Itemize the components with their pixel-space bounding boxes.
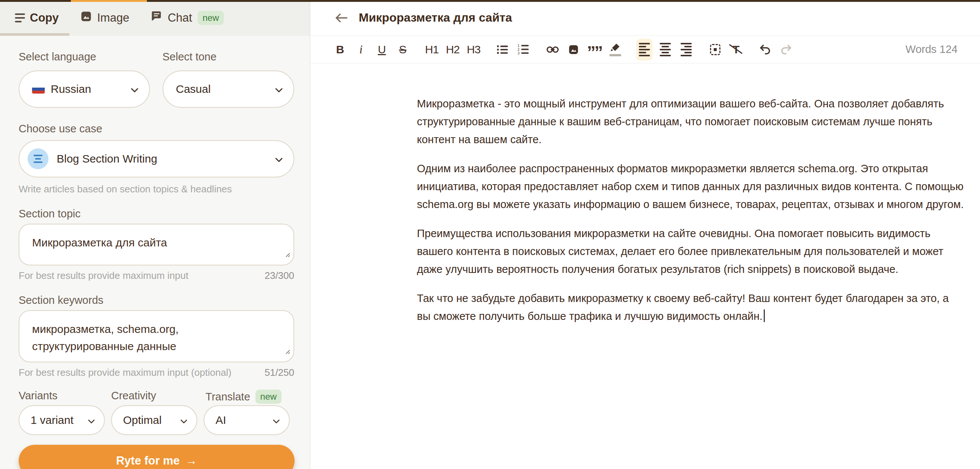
tone-label: Select tone bbox=[162, 51, 294, 63]
creativity-select[interactable]: Optimal bbox=[111, 405, 197, 435]
bold-button[interactable]: B bbox=[332, 39, 348, 60]
editor-panel: Микроразметка для сайта B i U S H1 H2 H3… bbox=[310, 0, 980, 469]
use-case-blog-icon bbox=[28, 148, 48, 169]
paragraph-text: Так что не забудьте добавить микроразмет… bbox=[417, 292, 949, 322]
insert-image-icon bbox=[568, 44, 579, 55]
svg-text:2: 2 bbox=[518, 48, 520, 51]
select-all-icon bbox=[710, 44, 721, 55]
align-right-button[interactable] bbox=[678, 39, 694, 60]
heading2-button[interactable]: H2 bbox=[444, 39, 461, 60]
bullet-list-button[interactable] bbox=[495, 39, 511, 60]
resize-handle-icon[interactable] bbox=[284, 342, 291, 359]
paragraph: Одним из наиболее распространенных форма… bbox=[417, 159, 965, 213]
blockquote-button[interactable]: ”” bbox=[586, 39, 603, 60]
underline-button[interactable]: U bbox=[374, 39, 390, 60]
svg-text:3: 3 bbox=[518, 51, 520, 55]
copy-menu-icon bbox=[15, 13, 25, 22]
arrow-left-icon bbox=[334, 12, 348, 24]
top-progress-accent bbox=[71, 0, 147, 2]
creativity-label: Creativity bbox=[111, 390, 205, 404]
creativity-value: Optimal bbox=[123, 414, 180, 426]
align-left-icon bbox=[639, 43, 650, 56]
tone-select[interactable]: Casual bbox=[162, 70, 294, 108]
undo-icon bbox=[759, 44, 771, 55]
section-keywords-label: Section keywords bbox=[19, 294, 294, 307]
section-topic-helper: For best results provide maximum input bbox=[19, 270, 188, 281]
section-topic-label: Section topic bbox=[19, 208, 294, 220]
paragraph: Преимущества использования микроразметки… bbox=[417, 224, 965, 278]
text-cursor bbox=[764, 310, 765, 322]
formatting-toolbar: B i U S H1 H2 H3 123 ”” bbox=[310, 36, 980, 64]
use-case-label: Choose use case bbox=[19, 122, 294, 135]
align-center-button[interactable] bbox=[657, 39, 673, 60]
undo-button[interactable] bbox=[757, 39, 773, 60]
chat-icon bbox=[150, 10, 163, 26]
section-keywords-value: микроразметка, schema.org, структурирова… bbox=[32, 323, 179, 352]
bullet-list-icon bbox=[496, 45, 509, 55]
redo-icon bbox=[780, 44, 792, 55]
language-select[interactable]: Russian bbox=[19, 70, 150, 108]
section-topic-value: Микроразметка для сайта bbox=[32, 236, 167, 249]
highlight-button[interactable] bbox=[607, 39, 624, 60]
link-icon bbox=[546, 44, 559, 55]
heading3-button[interactable]: H3 bbox=[465, 39, 482, 60]
select-all-button[interactable] bbox=[707, 39, 724, 60]
variants-label: Variants bbox=[19, 390, 111, 404]
flag-russia-icon bbox=[32, 84, 45, 94]
redo-button[interactable] bbox=[778, 39, 794, 60]
heading1-button[interactable]: H1 bbox=[424, 39, 440, 60]
align-right-icon bbox=[681, 43, 692, 56]
tab-chat-label: Chat bbox=[168, 11, 192, 25]
top-progress-bar bbox=[0, 0, 980, 2]
document-content: Микроразметка - это мощный инструмент дл… bbox=[417, 95, 965, 325]
sidebar: Copy Image Chat new Select language Sele… bbox=[0, 0, 310, 469]
strikethrough-button[interactable]: S bbox=[395, 39, 411, 60]
tab-image[interactable]: Image bbox=[80, 10, 129, 26]
highlighter-icon bbox=[609, 43, 621, 56]
back-button[interactable] bbox=[334, 12, 348, 24]
translate-select[interactable]: AI bbox=[204, 405, 290, 435]
resize-handle-icon[interactable] bbox=[284, 245, 291, 262]
numbered-list-icon: 123 bbox=[517, 44, 530, 55]
link-button[interactable] bbox=[544, 39, 561, 60]
section-keywords-helper: For best results provide maximum input (… bbox=[19, 367, 232, 378]
tab-chat[interactable]: Chat new bbox=[150, 10, 224, 26]
chevron-down-icon bbox=[273, 414, 280, 426]
section-topic-counter: 23/300 bbox=[264, 270, 294, 281]
tab-bar: Copy Image Chat new bbox=[0, 0, 310, 36]
use-case-helper: Write articles based on section topics &… bbox=[19, 183, 294, 195]
insert-image-button[interactable] bbox=[565, 39, 582, 60]
active-tab-indicator bbox=[0, 33, 69, 36]
section-topic-textarea[interactable]: Микроразметка для сайта bbox=[19, 224, 294, 266]
tab-copy-label: Copy bbox=[30, 11, 59, 25]
chevron-down-icon bbox=[180, 414, 188, 426]
tab-copy[interactable]: Copy bbox=[15, 11, 59, 25]
section-keywords-textarea[interactable]: микроразметка, schema.org, структурирова… bbox=[19, 310, 294, 362]
image-icon bbox=[80, 10, 92, 26]
translate-value: AI bbox=[216, 414, 273, 426]
chevron-down-icon bbox=[275, 153, 283, 165]
align-left-button[interactable] bbox=[636, 39, 652, 60]
chevron-down-icon bbox=[130, 83, 139, 95]
word-count: Words 124 bbox=[905, 43, 958, 56]
language-label: Select language bbox=[19, 51, 150, 63]
copy-form: Select language Select tone Russian Casu… bbox=[0, 36, 310, 469]
use-case-value: Blog Section Writing bbox=[57, 153, 275, 165]
chat-new-badge: new bbox=[198, 11, 224, 25]
numbered-list-button[interactable]: 123 bbox=[515, 39, 532, 60]
variants-select[interactable]: 1 variant bbox=[19, 405, 105, 435]
italic-button[interactable]: i bbox=[353, 39, 369, 60]
use-case-select[interactable]: Blog Section Writing bbox=[19, 140, 294, 178]
document-editor[interactable]: Микроразметка - это мощный инструмент дл… bbox=[310, 64, 980, 469]
clear-formatting-button[interactable]: T bbox=[728, 39, 745, 60]
variants-value: 1 variant bbox=[30, 414, 88, 426]
editor-header: Микроразметка для сайта bbox=[310, 0, 980, 36]
tab-image-label: Image bbox=[97, 11, 129, 25]
language-value: Russian bbox=[51, 83, 130, 95]
chevron-down-icon bbox=[88, 414, 95, 426]
cta-label: Ryte for me bbox=[116, 454, 180, 467]
chevron-down-icon bbox=[275, 83, 283, 95]
ryte-for-me-button[interactable]: Ryte for me → bbox=[19, 445, 294, 469]
section-keywords-counter: 51/250 bbox=[264, 367, 294, 378]
align-center-icon bbox=[660, 43, 671, 56]
